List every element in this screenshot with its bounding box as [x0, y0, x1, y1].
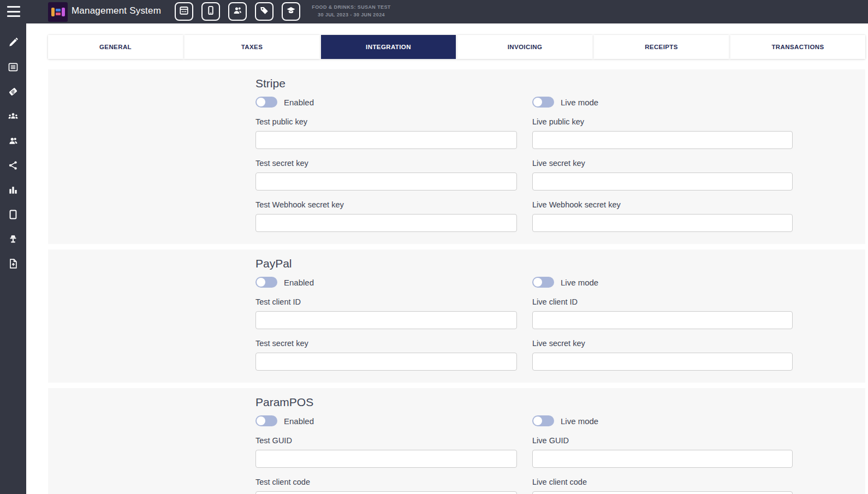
sidebar-item-customers[interactable]: [0, 129, 26, 154]
section-stripe: Stripe Enabled Live mode Test public key…: [48, 69, 865, 244]
paypal-test-secret-key-input[interactable]: [255, 353, 517, 371]
paypal-enabled-toggle[interactable]: [255, 277, 277, 288]
parampos-live-mode-toggle[interactable]: [532, 415, 554, 426]
stripe-live-webhook-secret-key-input[interactable]: [532, 214, 793, 232]
parampos-live-client-code-input[interactable]: [532, 491, 793, 494]
stripe-live-public-key-input[interactable]: [532, 131, 793, 149]
tag-icon: [259, 5, 269, 17]
stripe-test-secret-key-input[interactable]: [255, 172, 517, 191]
section-parampos: ParamPOS Enabled Live mode Test GUID Liv…: [48, 388, 865, 494]
sidebar-item-share[interactable]: [0, 154, 26, 178]
context-date-range: 30 JUL 2023 - 30 JUN 2024: [309, 11, 394, 19]
stripe-enabled-toggle[interactable]: [255, 97, 277, 108]
paypal-live-mode-toggle[interactable]: [532, 277, 554, 288]
paypal-live-client-id-input[interactable]: [532, 311, 793, 329]
sidebar: [0, 23, 26, 494]
context-account: FOOD & DRINKS: SUSAN TEST: [309, 3, 394, 11]
smartphone-icon: [206, 5, 216, 17]
field-label: Live Webhook secret key: [532, 200, 793, 209]
field-label: Test secret key: [255, 339, 517, 348]
tablet-icon: [8, 209, 19, 222]
tab-taxes[interactable]: TAXES: [185, 35, 319, 59]
stripe-live-secret-key-input[interactable]: [532, 172, 793, 191]
stripe-test-webhook-secret-key-input[interactable]: [255, 214, 517, 232]
app-logo: [48, 2, 68, 22]
section-title: PayPal: [255, 256, 793, 271]
stripe-test-public-key-input[interactable]: [255, 131, 517, 149]
kiosk-icon: [8, 234, 19, 247]
sidebar-item-kiosk[interactable]: [0, 228, 26, 252]
field-label: Test secret key: [255, 159, 517, 168]
topbar-buttons: [175, 2, 300, 21]
sidebar-item-labels[interactable]: [0, 80, 26, 105]
parampos-enabled-toggle[interactable]: [255, 415, 277, 426]
calendar-button[interactable]: [175, 2, 193, 21]
tab-invoicing[interactable]: INVOICING: [457, 35, 592, 59]
tab-bar: GENERAL TAXES INTEGRATION INVOICING RECE…: [48, 35, 865, 59]
file-upload-icon: [8, 258, 19, 271]
sidebar-item-reports[interactable]: [0, 178, 26, 203]
field-label: Live public key: [532, 117, 793, 126]
users-icon: [8, 135, 19, 148]
users-group-icon: [8, 111, 19, 124]
sidebar-item-export[interactable]: [0, 252, 26, 277]
tab-integration[interactable]: INTEGRATION: [321, 35, 456, 59]
topbar: Management System: [0, 0, 868, 23]
parampos-test-client-code-input[interactable]: [255, 491, 517, 494]
field-label: Test client ID: [255, 297, 517, 306]
field-label: Test GUID: [255, 436, 517, 445]
toggle-label: Live mode: [561, 416, 598, 426]
toggle-label: Live mode: [561, 98, 598, 107]
sidebar-item-staff[interactable]: [0, 105, 26, 129]
form-list-icon: [8, 62, 19, 75]
education-button[interactable]: [282, 2, 300, 21]
tab-general[interactable]: GENERAL: [48, 35, 183, 59]
labels-stack-icon: [8, 86, 19, 99]
graduation-cap-icon: [286, 5, 296, 17]
sidebar-item-devices[interactable]: [0, 203, 26, 228]
context-info: FOOD & DRINKS: SUSAN TEST 30 JUL 2023 - …: [309, 3, 394, 19]
share-icon: [8, 160, 19, 173]
field-label: Live client code: [532, 478, 793, 486]
field-label: Live client ID: [532, 297, 793, 306]
mobile-app-button[interactable]: [201, 2, 220, 21]
field-label: Test client code: [255, 478, 517, 486]
tab-transactions[interactable]: TRANSACTIONS: [730, 35, 865, 59]
toggle-label: Enabled: [284, 278, 314, 287]
sidebar-item-edit[interactable]: [0, 31, 26, 56]
users-icon: [233, 5, 242, 17]
sidebar-item-menu-list[interactable]: [0, 56, 26, 80]
field-label: Live secret key: [532, 159, 793, 168]
field-label: Test Webhook secret key: [255, 200, 517, 209]
app-title: Management System: [72, 5, 161, 16]
main-content: GENERAL TAXES INTEGRATION INVOICING RECE…: [26, 23, 868, 494]
section-paypal: PayPal Enabled Live mode Test client ID …: [48, 249, 865, 383]
tags-button[interactable]: [255, 2, 274, 21]
bar-chart-icon: [8, 184, 19, 198]
menu-icon[interactable]: [7, 6, 20, 17]
paypal-test-client-id-input[interactable]: [255, 311, 517, 329]
customers-button[interactable]: [228, 2, 247, 21]
parampos-test-guid-input[interactable]: [255, 450, 517, 468]
toggle-label: Live mode: [561, 278, 598, 287]
parampos-live-guid-input[interactable]: [532, 450, 793, 468]
section-title: ParamPOS: [255, 395, 793, 409]
calendar-icon: [179, 5, 189, 17]
field-label: Live GUID: [532, 436, 793, 445]
pencil-icon: [8, 37, 19, 50]
toggle-label: Enabled: [284, 416, 314, 426]
tab-receipts[interactable]: RECEIPTS: [594, 35, 729, 59]
section-title: Stripe: [255, 76, 793, 91]
toggle-label: Enabled: [284, 98, 314, 107]
stripe-live-mode-toggle[interactable]: [532, 97, 554, 108]
field-label: Test public key: [255, 117, 517, 126]
field-label: Live secret key: [532, 339, 793, 348]
paypal-live-secret-key-input[interactable]: [532, 353, 793, 371]
